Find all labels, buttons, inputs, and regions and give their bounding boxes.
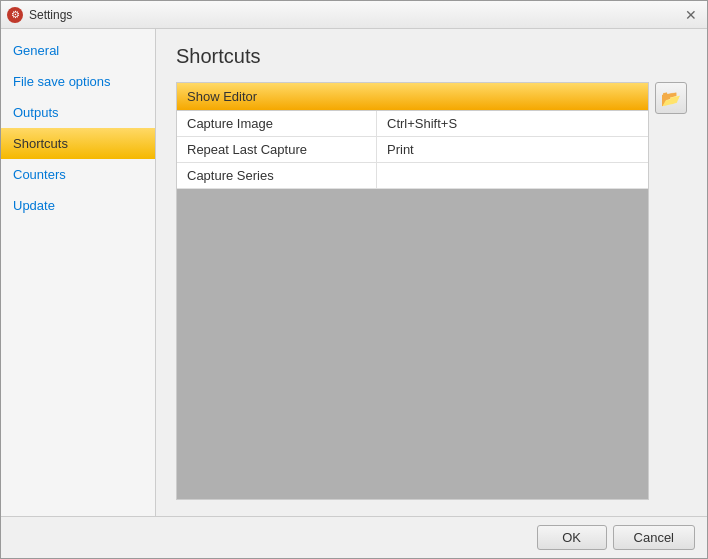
table-row[interactable]: Repeat Last Capture Print bbox=[177, 137, 648, 163]
sidebar-item-general[interactable]: General bbox=[1, 35, 155, 66]
action-cell: Capture Series bbox=[177, 163, 377, 188]
table-area: Show Editor Capture Image Ctrl+Shift+S R… bbox=[176, 82, 687, 500]
footer: OK Cancel bbox=[1, 516, 707, 558]
window-icon: ⚙ bbox=[7, 7, 23, 23]
sidebar-item-outputs[interactable]: Outputs bbox=[1, 97, 155, 128]
folder-button[interactable]: 📂 bbox=[655, 82, 687, 114]
shortcuts-table: Show Editor Capture Image Ctrl+Shift+S R… bbox=[176, 82, 649, 500]
title-bar-left: ⚙ Settings bbox=[7, 7, 72, 23]
sidebar-item-counters[interactable]: Counters bbox=[1, 159, 155, 190]
title-bar: ⚙ Settings ✕ bbox=[1, 1, 707, 29]
content-area: General File save options Outputs Shortc… bbox=[1, 29, 707, 516]
shortcut-cell: Ctrl+Shift+S bbox=[377, 111, 648, 136]
action-cell: Repeat Last Capture bbox=[177, 137, 377, 162]
ok-button[interactable]: OK bbox=[537, 525, 607, 550]
sidebar-item-shortcuts[interactable]: Shortcuts bbox=[1, 128, 155, 159]
cancel-button[interactable]: Cancel bbox=[613, 525, 695, 550]
window-title: Settings bbox=[29, 8, 72, 22]
table-empty-area bbox=[177, 189, 648, 499]
folder-icon: 📂 bbox=[661, 89, 681, 108]
shortcut-cell: Print bbox=[377, 137, 648, 162]
sidebar: General File save options Outputs Shortc… bbox=[1, 29, 156, 516]
table-header: Show Editor bbox=[177, 83, 648, 111]
action-cell: Capture Image bbox=[177, 111, 377, 136]
shortcut-cell bbox=[377, 171, 648, 181]
table-row[interactable]: Capture Series bbox=[177, 163, 648, 189]
table-row[interactable]: Capture Image Ctrl+Shift+S bbox=[177, 111, 648, 137]
settings-window: ⚙ Settings ✕ General File save options O… bbox=[0, 0, 708, 559]
page-title: Shortcuts bbox=[176, 45, 687, 68]
sidebar-item-update[interactable]: Update bbox=[1, 190, 155, 221]
close-button[interactable]: ✕ bbox=[681, 5, 701, 25]
main-panel: Shortcuts Show Editor Capture Image Ctrl… bbox=[156, 29, 707, 516]
sidebar-item-file-save-options[interactable]: File save options bbox=[1, 66, 155, 97]
table-toolbar: 📂 bbox=[655, 82, 687, 500]
